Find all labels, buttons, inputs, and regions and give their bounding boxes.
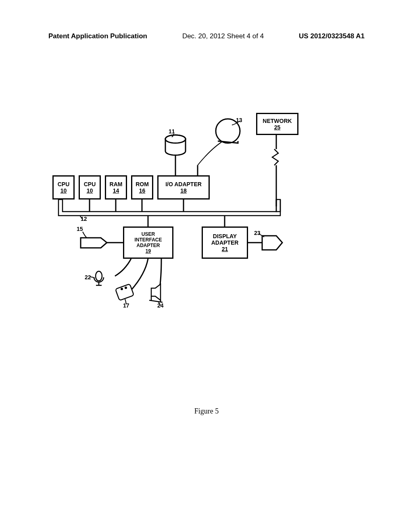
header-patent-number: US 2012/0323548 A1 xyxy=(299,32,365,40)
bus-connections xyxy=(52,113,335,314)
diagram-container: CPU 10 CPU 10 RAM 14 ROM 16 I/O ADAPTER … xyxy=(52,113,335,314)
cpu2-label: CPU xyxy=(84,181,96,187)
ui-adapter-line1: USER xyxy=(142,231,155,237)
svg-point-9 xyxy=(165,135,186,143)
svg-point-19 xyxy=(125,287,127,289)
ref-17: 17 xyxy=(123,302,129,309)
ui-adapter-line3: ADAPTER xyxy=(136,243,160,248)
io-adapter-label: I/O ADAPTER xyxy=(165,181,202,187)
cpu2-number: 10 xyxy=(87,187,93,194)
display-adapter-line2: ADAPTER xyxy=(211,239,239,246)
svg-rect-17 xyxy=(115,284,134,300)
cpu-block-2: CPU 10 xyxy=(79,175,101,200)
ref-22: 22 xyxy=(85,274,91,281)
network-label: NETWORK xyxy=(263,118,292,124)
ui-adapter-block: USER INTERFACE ADAPTER 19 xyxy=(123,227,173,259)
ram-number: 14 xyxy=(113,187,119,194)
cpu-block-1: CPU 10 xyxy=(52,175,75,200)
rom-label: ROM xyxy=(136,181,149,187)
rom-block: ROM 16 xyxy=(131,175,153,200)
ui-adapter-number: 19 xyxy=(146,248,151,254)
svg-point-14 xyxy=(96,271,102,281)
display-adapter-block: DISPLAY ADAPTER 21 xyxy=(202,227,248,259)
network-block: NETWORK 25 xyxy=(256,113,298,135)
ui-adapter-line2: INTERFACE xyxy=(134,237,162,243)
cpu1-label: CPU xyxy=(58,181,70,187)
cpu1-number: 10 xyxy=(60,187,67,194)
header-date-sheet: Dec. 20, 2012 Sheet 4 of 4 xyxy=(182,32,264,40)
ref-11: 11 xyxy=(169,128,175,135)
ref-13: 13 xyxy=(236,117,242,123)
ref-23: 23 xyxy=(254,230,261,236)
header-publication: Patent Application Publication xyxy=(48,32,147,40)
figure-label: Figure 5 xyxy=(194,407,219,416)
display-adapter-line1: DISPLAY xyxy=(213,233,237,239)
ref-24: 24 xyxy=(157,302,164,309)
network-number: 25 xyxy=(274,124,281,131)
display-adapter-number: 21 xyxy=(222,246,228,252)
ref-12: 12 xyxy=(81,216,87,222)
ref-15: 15 xyxy=(77,226,83,232)
io-adapter-number: 18 xyxy=(180,187,187,194)
io-adapter-block: I/O ADAPTER 18 xyxy=(157,175,210,200)
rom-number: 16 xyxy=(139,187,146,194)
svg-point-18 xyxy=(121,288,123,290)
ram-label: RAM xyxy=(110,181,123,187)
ram-block: RAM 14 xyxy=(105,175,127,200)
